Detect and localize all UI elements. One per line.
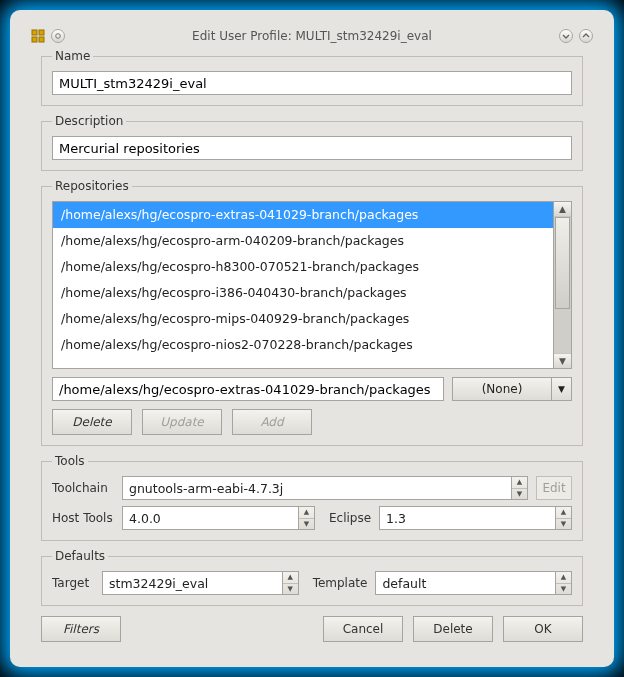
tools-group: Tools Toolchain gnutools-arm-eabi-4.7.3j…	[41, 454, 583, 541]
defaults-group: Defaults Target stm32429i_eval ▲▼ Templa…	[41, 549, 583, 606]
hosttools-select[interactable]: 4.0.0 ▲▼	[122, 506, 315, 530]
repositories-legend: Repositories	[52, 179, 132, 193]
repository-path-input[interactable]	[52, 377, 444, 401]
toolchain-edit-button: Edit	[536, 476, 572, 500]
chevron-down-icon[interactable]: ▼	[556, 584, 571, 595]
filters-button[interactable]: Filters	[41, 616, 121, 642]
repo-delete-button[interactable]: Delete	[52, 409, 132, 435]
eclipse-value: 1.3	[379, 506, 556, 530]
maximize-button[interactable]	[579, 29, 593, 43]
template-value: default	[375, 571, 556, 595]
repository-type-select[interactable]: (None)	[452, 377, 552, 401]
template-select[interactable]: default ▲▼	[375, 571, 572, 595]
svg-rect-3	[39, 37, 44, 42]
svg-rect-1	[39, 30, 44, 35]
name-group: Name	[41, 49, 583, 106]
repositories-list[interactable]: /home/alexs/hg/ecospro-extras-041029-bra…	[52, 201, 554, 369]
window-title: Edit User Profile: MULTI_stm32429i_eval	[71, 29, 553, 43]
description-input[interactable]	[52, 136, 572, 160]
list-item[interactable]: /home/alexs/hg/ecospro-i386-040430-branc…	[53, 280, 553, 306]
scroll-down-icon[interactable]: ▼	[554, 353, 571, 368]
name-legend: Name	[52, 49, 93, 63]
target-select[interactable]: stm32429i_eval ▲▼	[102, 571, 299, 595]
scroll-thumb[interactable]	[555, 217, 570, 309]
toolchain-value: gnutools-arm-eabi-4.7.3j	[122, 476, 512, 500]
svg-rect-0	[32, 30, 37, 35]
svg-rect-2	[32, 37, 37, 42]
ok-button[interactable]: OK	[503, 616, 583, 642]
repo-add-button: Add	[232, 409, 312, 435]
list-item[interactable]: /home/alexs/hg/ecospro-h8300-070521-bran…	[53, 254, 553, 280]
svg-point-4	[56, 34, 61, 39]
list-item[interactable]: /home/alexs/hg/ecospro-arm-040209-branch…	[53, 228, 553, 254]
chevron-down-icon[interactable]: ▼	[556, 519, 571, 530]
chevron-up-icon[interactable]: ▲	[556, 507, 571, 519]
pin-button[interactable]	[51, 29, 65, 43]
app-icon	[31, 29, 45, 43]
hosttools-value: 4.0.0	[122, 506, 299, 530]
chevron-down-icon[interactable]: ▼	[299, 519, 314, 530]
scroll-up-icon[interactable]: ▲	[554, 202, 571, 217]
repositories-scrollbar[interactable]: ▲ ▼	[554, 201, 572, 369]
target-label: Target	[52, 576, 94, 590]
repo-update-button: Update	[142, 409, 222, 435]
list-item[interactable]: /home/alexs/hg/ecospro-mips-040929-branc…	[53, 306, 553, 332]
delete-button[interactable]: Delete	[413, 616, 493, 642]
repository-type-value: (None)	[482, 382, 523, 396]
chevron-up-icon[interactable]: ▲	[299, 507, 314, 519]
chevron-down-icon[interactable]: ▼	[283, 584, 298, 595]
tools-legend: Tools	[52, 454, 88, 468]
eclipse-select[interactable]: 1.3 ▲▼	[379, 506, 572, 530]
list-item[interactable]: /home/alexs/hg/ecospro-extras-041029-bra…	[53, 202, 553, 228]
chevron-up-icon[interactable]: ▲	[283, 572, 298, 584]
chevron-down-icon[interactable]: ▼	[552, 377, 572, 401]
description-group: Description	[41, 114, 583, 171]
target-value: stm32429i_eval	[102, 571, 283, 595]
chevron-up-icon[interactable]: ▲	[556, 572, 571, 584]
template-label: Template	[313, 576, 368, 590]
titlebar: Edit User Profile: MULTI_stm32429i_eval	[27, 27, 597, 49]
minimize-button[interactable]	[559, 29, 573, 43]
toolchain-label: Toolchain	[52, 481, 114, 495]
hosttools-label: Host Tools	[52, 511, 114, 525]
name-input[interactable]	[52, 71, 572, 95]
chevron-up-icon[interactable]: ▲	[512, 477, 527, 489]
chevron-down-icon[interactable]: ▼	[512, 489, 527, 500]
list-item[interactable]: /home/alexs/hg/ecospro-nios2-070228-bran…	[53, 332, 553, 358]
cancel-button[interactable]: Cancel	[323, 616, 403, 642]
toolchain-select[interactable]: gnutools-arm-eabi-4.7.3j ▲▼	[122, 476, 528, 500]
description-legend: Description	[52, 114, 126, 128]
eclipse-label: Eclipse	[329, 511, 371, 525]
defaults-legend: Defaults	[52, 549, 108, 563]
repositories-group: Repositories /home/alexs/hg/ecospro-extr…	[41, 179, 583, 446]
